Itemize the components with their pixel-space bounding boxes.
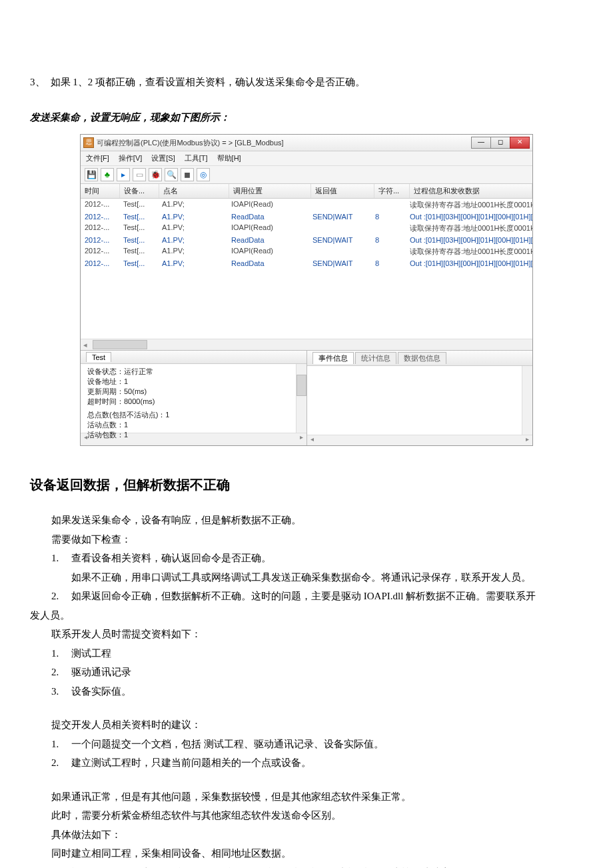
- bottom-panels: Test 设备状态：运行正常 设备地址：1 更新周期：50(ms) 超时时间：8…: [81, 350, 532, 445]
- paragraph: 联系开发人员时需提交资料如下：: [51, 625, 583, 644]
- item-text: 驱动通讯记录: [71, 663, 583, 682]
- vertical-scrollbar[interactable]: [296, 364, 306, 433]
- flag-icon[interactable]: ▸: [117, 168, 130, 181]
- table-row[interactable]: 2012-...Test[...A1.PV;ReadDataSEND|WAIT8…: [81, 258, 532, 269]
- toolbar: 💾 ♣ ▸ ▭ 🐞 🔍 ◼ ◎: [81, 166, 532, 184]
- col-return[interactable]: 返回值: [311, 184, 374, 198]
- table-row[interactable]: 2012-...Test[...A1.PV;ReadDataSEND|WAIT8…: [81, 235, 532, 245]
- grid-header: 时间 设备... 点名 调用位置 返回值 字符... 过程信息和发收数据: [81, 184, 532, 199]
- menu-file[interactable]: 文件[F]: [86, 153, 109, 163]
- maximize-button[interactable]: ◻: [490, 137, 510, 149]
- item-number: 2.: [51, 753, 71, 773]
- tab-test[interactable]: Test: [86, 352, 111, 362]
- col-char[interactable]: 字符...: [374, 184, 410, 198]
- item-number: 1.: [51, 549, 71, 568]
- item-text: 如果返回命令正确，但数据解析不正确。这时的问题，主要是驱动 IOAPI.dll …: [71, 587, 583, 606]
- item-number: 2.: [51, 663, 71, 682]
- paragraph: 分别运行工程，使用串口侦听、网络侦听工具侦听发送命令设备、返回命令，比较哪些地方…: [51, 863, 583, 869]
- menu-tools[interactable]: 工具[T]: [185, 153, 208, 163]
- paragraph: 如果发送采集命令，设备有响应，但是解析数据不正确。: [51, 511, 583, 530]
- status-line: 总点数(包括不活动点)：1: [87, 410, 300, 420]
- figure-caption: 发送采集命，设置无响应，现象如下图所示：: [30, 111, 583, 124]
- window-title: 可编程控制器(PLC)(使用Modbus协议) = > [GLB_Modbus]: [97, 138, 284, 148]
- item-number: 1.: [51, 735, 71, 754]
- app-icon: 思: [83, 137, 94, 148]
- paragraph: 具体做法如下：: [51, 825, 583, 845]
- status-line: 更新周期：50(ms): [87, 387, 300, 397]
- run-icon[interactable]: ♣: [101, 168, 114, 181]
- log-grid: 时间 设备... 点名 调用位置 返回值 字符... 过程信息和发收数据 201…: [81, 184, 532, 350]
- tab-stats[interactable]: 统计信息: [355, 352, 396, 364]
- list-item: 2. 驱动通讯记录: [51, 663, 583, 682]
- item-number: 2.: [51, 587, 71, 606]
- scroll-thumb[interactable]: [93, 340, 147, 349]
- list-item: 2. 建立测试工程时，只建当前问题相关的一个点或设备。: [51, 753, 583, 773]
- menu-help[interactable]: 帮助[H]: [217, 153, 241, 163]
- status-body: 设备状态：运行正常 设备地址：1 更新周期：50(ms) 超时时间：8000(m…: [81, 364, 306, 433]
- list-item: 2. 如果返回命令正确，但数据解析不正确。这时的问题，主要是驱动 IOAPI.d…: [51, 587, 583, 606]
- numbered-paragraph: 3、如果 1、2 项都正确，查看设置相关资料，确认发送采集命令是否正确。: [30, 73, 583, 91]
- paragraph: 同时建立相同工程，采集相同设备、相同地址区数据。: [51, 844, 583, 863]
- table-row[interactable]: 2012-...Test[...A1.PV;IOAPI(Read)读取保持寄存器…: [81, 199, 532, 211]
- col-call[interactable]: 调用位置: [229, 184, 311, 198]
- status-line: 设备状态：运行正常: [87, 367, 300, 377]
- col-point[interactable]: 点名: [159, 184, 229, 198]
- table-row[interactable]: 2012-...Test[...A1.PV;IOAPI(Read)读取保持寄存器…: [81, 222, 532, 235]
- status-tabs: Test: [81, 351, 306, 364]
- list-item: 1. 测试工程: [51, 644, 583, 663]
- col-time[interactable]: 时间: [81, 184, 120, 198]
- close-button[interactable]: ✕: [510, 137, 530, 149]
- item-text: 一个问题提交一个文档，包括 测试工程、驱动通讯记录、设备实际值。: [71, 735, 583, 754]
- scroll-left-icon[interactable]: ◂: [81, 341, 90, 349]
- item-text: 设备实际值。: [71, 682, 583, 701]
- status-line: 设备地址：1: [87, 377, 300, 387]
- menubar: 文件[F] 操作[V] 设置[S] 工具[T] 帮助[H]: [81, 151, 532, 166]
- paragraph: 需要做如下检查：: [51, 530, 583, 549]
- save-icon[interactable]: 💾: [85, 168, 98, 181]
- item-text: 如果 1、2 项都正确，查看设置相关资料，确认发送采集命令是否正确。: [51, 77, 366, 87]
- scroll-left-icon[interactable]: ◂: [307, 435, 317, 445]
- paragraph: 提交开发人员相关资料时的建议：: [51, 715, 583, 735]
- item-text: 查看设备相关资料，确认返回命令是否正确。: [71, 549, 583, 568]
- stop-icon[interactable]: ◼: [181, 168, 194, 181]
- tab-event[interactable]: 事件信息: [312, 352, 354, 364]
- item-number: 3.: [51, 682, 71, 701]
- table-row[interactable]: 2012-...Test[...A1.PV;IOAPI(Read)读取保持寄存器…: [81, 245, 532, 258]
- info-panel: 事件信息 统计信息 数据包信息 ◂▸: [307, 351, 533, 445]
- item-text: 测试工程: [71, 644, 583, 663]
- item-number: 1.: [51, 644, 71, 663]
- paragraph: 如果通讯正常，但是有其他问题，采集数据较慢，但是其他家组态软件采集正常。: [51, 787, 583, 807]
- table-row[interactable]: 2012-...Test[...A1.PV;ReadDataSEND|WAIT8…: [81, 211, 532, 222]
- scroll-right-icon[interactable]: ▸: [522, 435, 532, 445]
- item-number: 3、: [30, 77, 45, 87]
- list-item: 1. 查看设备相关资料，确认返回命令是否正确。: [51, 549, 583, 568]
- titlebar: 思 可编程控制器(PLC)(使用Modbus协议) = > [GLB_Modbu…: [81, 135, 532, 151]
- info-body: [307, 366, 533, 435]
- list-subline: 如果不正确，用串口调试工具或网络调试工具发送正确采集数据命令。将通讯记录保存，联…: [71, 568, 583, 587]
- status-line: 活动包数：1: [87, 430, 300, 440]
- section-heading: 设备返回数据，但解析数据不正确: [30, 476, 583, 494]
- vertical-scrollbar[interactable]: [522, 366, 532, 435]
- paragraph: 此时，需要分析紫金桥组态软件与其他家组态软件发送命令区别。: [51, 806, 583, 825]
- menu-operate[interactable]: 操作[V]: [119, 153, 142, 163]
- page-icon[interactable]: ▭: [133, 168, 146, 181]
- tab-packet[interactable]: 数据包信息: [398, 352, 446, 364]
- search-icon[interactable]: 🔍: [165, 168, 178, 181]
- app-window: 思 可编程控制器(PLC)(使用Modbus协议) = > [GLB_Modbu…: [80, 134, 533, 446]
- col-info[interactable]: 过程信息和发收数据: [410, 184, 532, 198]
- list-item: 1. 一个问题提交一个文档，包括 测试工程、驱动通讯记录、设备实际值。: [51, 735, 583, 754]
- status-line: 活动点数：1: [87, 420, 300, 430]
- list-wrap: 发人员。: [30, 606, 583, 625]
- grid-body[interactable]: 2012-...Test[...A1.PV;IOAPI(Read)读取保持寄存器…: [81, 199, 532, 339]
- menu-settings[interactable]: 设置[S]: [151, 153, 175, 163]
- bug-icon[interactable]: 🐞: [149, 168, 162, 181]
- info-tabs: 事件信息 统计信息 数据包信息: [307, 351, 533, 366]
- col-device[interactable]: 设备...: [120, 184, 159, 198]
- status-line: 超时时间：8000(ms): [87, 397, 300, 407]
- status-panel: Test 设备状态：运行正常 设备地址：1 更新周期：50(ms) 超时时间：8…: [81, 351, 307, 445]
- item-text: 建立测试工程时，只建当前问题相关的一个点或设备。: [71, 753, 583, 773]
- list-item: 3. 设备实际值。: [51, 682, 583, 701]
- minimize-button[interactable]: —: [471, 137, 491, 149]
- horizontal-scrollbar[interactable]: ◂: [81, 339, 532, 350]
- globe-icon[interactable]: ◎: [197, 168, 210, 181]
